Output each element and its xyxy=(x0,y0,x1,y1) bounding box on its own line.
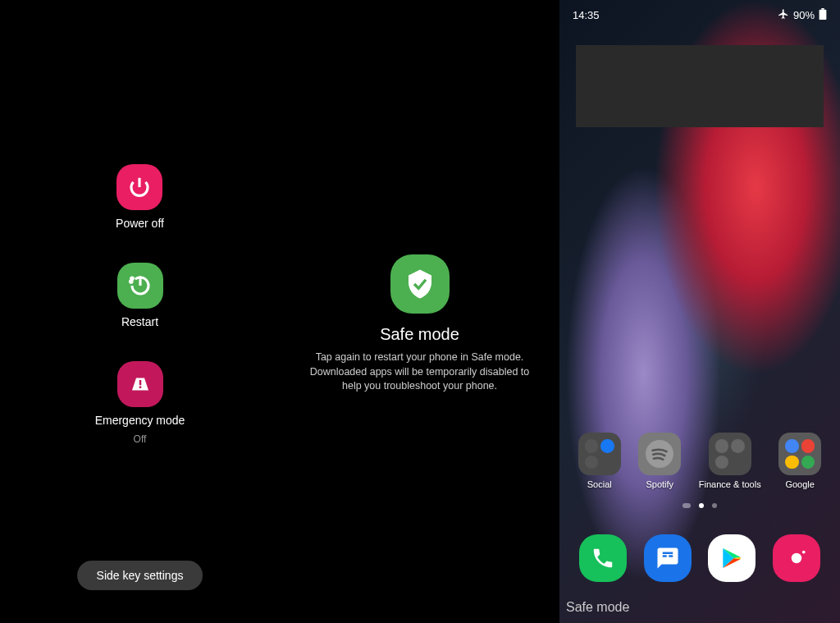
power-menu: Power off Restart Emergency mode Off xyxy=(0,0,280,445)
svg-point-8 xyxy=(802,551,806,554)
status-bar: 14:35 90% xyxy=(559,0,840,30)
app-spotify[interactable]: Spotify xyxy=(638,433,681,489)
emergency-label: Emergency mode xyxy=(95,414,185,427)
page-dot xyxy=(699,503,704,508)
app-finance-tools[interactable]: Finance & tools xyxy=(699,433,761,489)
battery-icon xyxy=(819,8,827,22)
app-google[interactable]: Google xyxy=(778,433,821,489)
emergency-sublabel: Off xyxy=(134,433,147,445)
play-store-app[interactable] xyxy=(708,534,756,582)
page-indicator xyxy=(682,503,717,508)
widget-placeholder[interactable] xyxy=(576,45,824,127)
folder-icon xyxy=(778,433,821,475)
safemode-title: Safe mode xyxy=(380,325,459,344)
app-label: Google xyxy=(785,479,814,489)
spotify-icon xyxy=(638,433,681,475)
svg-rect-2 xyxy=(139,380,141,385)
airplane-mode-icon xyxy=(778,8,789,22)
safemode-indicator: Safe mode xyxy=(566,600,629,615)
dock xyxy=(559,534,840,582)
svg-rect-3 xyxy=(139,387,141,389)
phone-app[interactable] xyxy=(579,534,627,582)
folder-icon xyxy=(709,433,751,475)
power-off-label: Power off xyxy=(116,217,164,230)
home-indicator-dot xyxy=(682,503,691,508)
svg-rect-4 xyxy=(821,8,824,10)
folder-icon xyxy=(578,433,621,475)
side-key-settings-button[interactable]: Side key settings xyxy=(77,561,203,590)
app-label: Social xyxy=(587,479,612,489)
messages-app[interactable] xyxy=(644,534,692,582)
home-screen-panel: 14:35 90% Social Spotify xyxy=(559,0,840,623)
safemode-description: Tap again to restart your phone in Safe … xyxy=(280,350,559,394)
safemode-panel: Safe mode Tap again to restart your phon… xyxy=(280,0,559,623)
svg-rect-5 xyxy=(819,10,827,20)
restart-icon xyxy=(117,263,163,309)
restart-button[interactable]: Restart xyxy=(117,263,163,328)
app-social[interactable]: Social xyxy=(578,433,621,489)
restart-label: Restart xyxy=(121,315,158,328)
power-off-button[interactable]: Power off xyxy=(116,164,164,230)
app-label: Finance & tools xyxy=(699,479,761,489)
camera-app[interactable] xyxy=(773,534,820,582)
page-dot xyxy=(712,503,717,508)
svg-point-1 xyxy=(130,277,133,280)
svg-point-7 xyxy=(792,553,802,564)
emergency-mode-button[interactable]: Emergency mode Off xyxy=(95,361,185,445)
shield-check-icon xyxy=(390,254,450,314)
app-row: Social Spotify Finance & tools Google xyxy=(559,433,840,489)
status-time: 14:35 xyxy=(573,9,600,21)
power-menu-panel: Power off Restart Emergency mode Off Sid… xyxy=(0,0,280,623)
battery-percent: 90% xyxy=(793,9,815,21)
safemode-content[interactable]: Safe mode Tap again to restart your phon… xyxy=(280,0,559,394)
app-label: Spotify xyxy=(646,479,673,489)
svg-point-0 xyxy=(130,281,132,283)
emergency-icon xyxy=(117,361,163,407)
power-icon xyxy=(116,164,162,210)
